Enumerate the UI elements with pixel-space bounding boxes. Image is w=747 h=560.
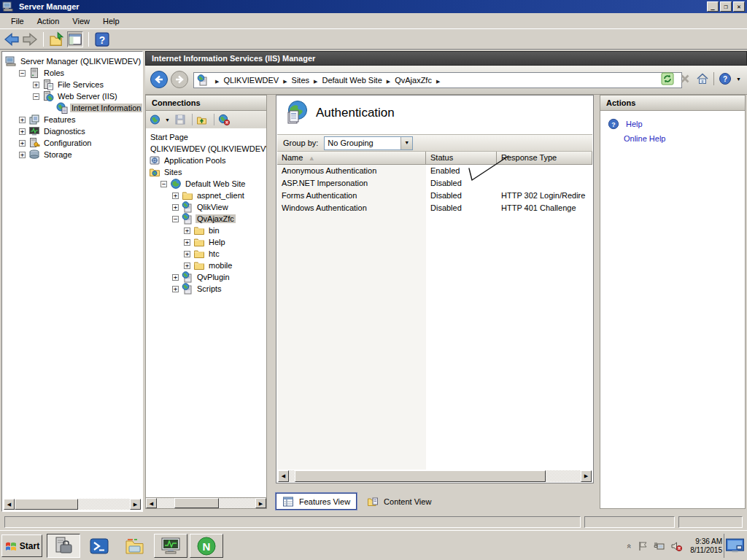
breadcrumb-arrow-icon[interactable]: ▶ [283,79,287,84]
scroll-right-icon[interactable]: ▶ [255,498,266,508]
expand-icon[interactable]: + [184,239,190,246]
sm-tree-item-configuration[interactable]: +Configuration [2,137,142,149]
scroll-left-icon[interactable]: ◀ [278,470,289,482]
sm-tree-item-diagnostics[interactable]: +Diagnostics [2,125,142,137]
tray-chevron-icon[interactable]: « [625,543,634,548]
back-icon[interactable] [4,31,20,47]
tray-volume-muted-icon[interactable] [670,540,682,552]
show-desktop-button[interactable] [724,534,746,558]
tray-flag-icon[interactable] [637,540,649,552]
collapse-icon[interactable]: − [33,93,39,100]
action-online-help[interactable]: Online Help [608,131,745,146]
connections-item-qvplugin[interactable]: +QvPlugin [146,271,266,283]
table-row[interactable]: Windows AuthenticationDisabledHTTP 401 C… [277,202,592,214]
taskbar-app-n-application[interactable]: N [190,534,223,558]
tab-features-view[interactable]: Features View [276,493,357,510]
connections-item-sites[interactable]: Sites [146,166,266,178]
expand-icon[interactable]: + [19,128,26,135]
column-header-response-type[interactable]: Response Type [497,152,592,164]
menu-view[interactable]: View [66,15,96,28]
taskbar-app-powershell[interactable] [82,534,116,558]
home-icon[interactable] [696,72,709,85]
export-list-icon[interactable] [49,31,65,47]
scroll-left-icon[interactable]: ◀ [146,498,157,508]
scroll-right-icon[interactable]: ▶ [130,499,141,510]
expand-icon[interactable]: + [184,228,190,234]
column-header-status[interactable]: Status [426,152,497,164]
iis-help-icon[interactable]: ? [719,72,732,85]
menu-help[interactable]: Help [96,15,126,28]
connections-horizontal-scrollbar[interactable]: ◀ ▶ [145,497,267,509]
connections-item-bin[interactable]: +bin [146,225,266,236]
table-row[interactable]: ASP.NET ImpersonationDisabled [277,177,592,190]
sm-tree-item-internet-information-se[interactable]: Internet Information Se [2,102,142,114]
group-by-dropdown[interactable]: No Grouping ▼ [324,136,413,150]
up-folder-icon[interactable] [196,114,208,125]
breadcrumb-item[interactable]: Default Web Site [322,76,382,85]
show-console-tree-icon[interactable] [67,31,83,47]
connections-item-mobile[interactable]: +mobile [146,260,266,271]
close-button[interactable]: ✕ [733,1,745,12]
tray-network-icon[interactable] [654,540,665,552]
breadcrumb-item[interactable]: QvAjaxZfc [395,76,432,85]
connections-item-qlikviewdev-qlikviewdev-ad[interactable]: QLIKVIEWDEV (QLIKVIEWDEV\Ad [146,143,266,155]
tree-horizontal-scrollbar[interactable]: ◀ ▶ [4,499,141,510]
taskbar-app-server-manager[interactable] [47,534,80,558]
connections-item-default-web-site[interactable]: −Default Web Site [146,178,266,190]
expand-icon[interactable]: + [172,192,179,199]
expand-icon[interactable]: + [19,117,26,123]
help-icon[interactable]: ? [94,31,110,47]
minimize-button[interactable]: _ [707,1,719,12]
table-row[interactable]: Anonymous AuthenticationEnabled [277,165,592,177]
collapse-icon[interactable]: − [160,181,167,187]
connections-item-qvajaxzfc[interactable]: −QvAjaxZfc [146,213,266,225]
taskbar-app-performance-monitor[interactable] [154,534,187,558]
sm-tree-item-features[interactable]: +Features [2,114,142,125]
action-help[interactable]: ?Help [608,117,745,131]
iis-forward-icon[interactable] [170,70,189,89]
scroll-left-icon[interactable]: ◀ [4,499,15,510]
sm-tree-item-file-services[interactable]: +File Services [2,79,142,90]
forward-icon[interactable] [22,31,38,47]
connections-item-help[interactable]: +Help [146,236,266,248]
collapse-icon[interactable]: − [19,70,26,77]
connections-item-start-page[interactable]: Start Page [146,131,266,143]
expand-icon[interactable]: + [184,262,190,269]
sm-tree-item-roles[interactable]: −Roles [2,67,142,79]
connections-item-qlikview[interactable]: +QlikView [146,201,266,213]
taskbar-clock[interactable]: 9:36 AM 8/11/2015 [690,537,722,555]
breadcrumb-arrow-icon[interactable]: ▶ [387,79,390,84]
tab-content-view[interactable]: Content View [361,493,437,510]
expand-icon[interactable]: + [19,140,26,147]
delete-connection-icon[interactable] [218,114,230,125]
breadcrumb-item[interactable]: QLIKVIEWDEV [223,76,279,85]
expand-icon[interactable]: + [184,251,190,257]
column-header-name[interactable]: Name▲ [277,152,426,164]
iis-back-icon[interactable] [150,70,169,89]
breadcrumb-item[interactable]: Sites [292,76,309,85]
connections-item-aspnet-client[interactable]: +aspnet_client [146,190,266,201]
restore-button[interactable]: ❐ [720,1,732,12]
breadcrumb-arrow-icon[interactable]: ▶ [436,79,440,84]
create-connection-icon[interactable] [150,114,161,125]
menu-file[interactable]: File [4,15,31,28]
sm-tree-item-server-manager-qlikviewdev[interactable]: Server Manager (QLIKVIEWDEV) [2,55,142,67]
breadcrumb[interactable]: ▶QLIKVIEWDEV▶Sites▶Default Web Site▶QvAj… [193,72,682,88]
scroll-right-icon[interactable]: ▶ [581,470,592,482]
refresh-icon[interactable] [661,72,674,85]
expand-icon[interactable]: + [172,274,179,281]
collapse-icon[interactable]: − [172,216,179,222]
taskbar-app-explorer[interactable] [118,534,152,558]
connections-item-application-pools[interactable]: Application Pools [146,155,266,166]
help-dropdown-icon[interactable]: ▼ [736,77,741,82]
sm-tree-item-storage[interactable]: +Storage [2,149,142,160]
breadcrumb-arrow-icon[interactable]: ▶ [215,79,219,84]
stop-icon[interactable] [678,72,692,85]
save-connections-icon[interactable] [174,114,186,125]
table-row[interactable]: Forms AuthenticationDisabledHTTP 302 Log… [277,190,592,202]
expand-icon[interactable]: + [172,204,179,211]
expand-icon[interactable]: + [33,82,39,88]
sm-tree-item-web-server-iis[interactable]: −Web Server (IIS) [2,90,142,102]
window-titlebar[interactable]: Server Manager _ ❐ ✕ [0,0,747,13]
menu-action[interactable]: Action [31,15,66,28]
